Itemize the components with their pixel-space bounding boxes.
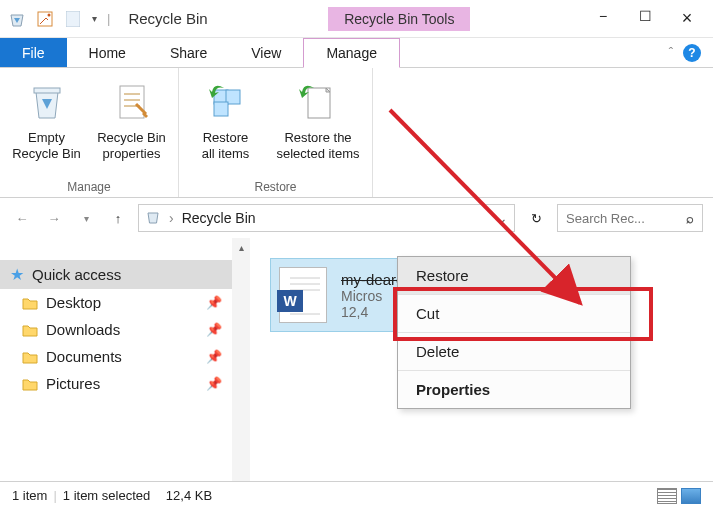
- main-area: ★ Quick access Desktop 📌 Downloads 📌 Doc…: [0, 238, 713, 481]
- window-title: Recycle Bin: [128, 10, 207, 27]
- restore-all-button[interactable]: Restoreall items: [183, 72, 268, 177]
- ribbon-group-label: Restore: [183, 177, 368, 197]
- search-box[interactable]: Search Rec... ⌕: [557, 204, 703, 232]
- word-document-icon: W: [279, 267, 327, 323]
- ribbon-tabs: File Home Share View Manage ˆ ?: [0, 38, 713, 68]
- sidebar-item-pictures[interactable]: Pictures 📌: [0, 370, 232, 397]
- pin-icon: 📌: [206, 349, 222, 364]
- folder-icon: [22, 350, 38, 364]
- sidebar-quick-access[interactable]: ★ Quick access: [0, 260, 232, 289]
- sidebar-item-documents[interactable]: Documents 📌: [0, 343, 232, 370]
- document-icon[interactable]: [64, 10, 82, 28]
- svg-rect-2: [66, 11, 80, 27]
- scroll-up-icon[interactable]: ▴: [239, 242, 244, 253]
- qat-dropdown-icon[interactable]: ▾: [92, 13, 97, 24]
- ribbon: EmptyRecycle Bin Recycle Binproperties M…: [0, 68, 713, 198]
- tab-manage[interactable]: Manage: [303, 38, 400, 68]
- pin-icon: 📌: [206, 322, 222, 337]
- close-button[interactable]: ×: [675, 8, 699, 29]
- breadcrumb-sep: ›: [169, 210, 174, 226]
- ribbon-group-restore: Restoreall items Restore theselected ite…: [179, 68, 373, 197]
- restore-selected-icon: [296, 80, 340, 124]
- pin-icon: 📌: [206, 376, 222, 391]
- status-selected: 1 item selected: [63, 488, 150, 503]
- forward-button[interactable]: →: [42, 206, 66, 230]
- status-item-count: 1 item: [12, 488, 47, 503]
- svg-rect-3: [34, 88, 60, 93]
- thumbnails-view-button[interactable]: [681, 488, 701, 504]
- navigation-pane: ★ Quick access Desktop 📌 Downloads 📌 Doc…: [0, 238, 250, 481]
- recycle-bin-properties-button[interactable]: Recycle Binproperties: [89, 72, 174, 177]
- details-view-button[interactable]: [657, 488, 677, 504]
- tab-view[interactable]: View: [229, 38, 303, 67]
- window-controls: − ☐ ×: [591, 8, 705, 29]
- up-button[interactable]: ↑: [106, 206, 130, 230]
- navigation-bar: ← → ▾ ↑ › Recycle Bin ⌄ ↻ Search Rec... …: [0, 198, 713, 238]
- status-bar: 1 item | 1 item selected 12,4 KB: [0, 481, 713, 509]
- context-menu-delete[interactable]: Delete: [398, 333, 630, 371]
- restore-selected-button[interactable]: Restore theselected items: [268, 72, 368, 177]
- context-menu: Restore Cut Delete Properties: [397, 256, 631, 409]
- ribbon-group-manage: EmptyRecycle Bin Recycle Binproperties M…: [0, 68, 179, 197]
- empty-recycle-bin-button[interactable]: EmptyRecycle Bin: [4, 72, 89, 177]
- view-buttons: [657, 488, 701, 504]
- recycle-bin-small-icon: [145, 209, 161, 228]
- sidebar-item-desktop[interactable]: Desktop 📌: [0, 289, 232, 316]
- help-button[interactable]: ?: [683, 44, 701, 62]
- tab-share[interactable]: Share: [148, 38, 229, 67]
- title-bar: ▾ | Recycle Bin Recycle Bin Tools − ☐ ×: [0, 0, 713, 38]
- properties-icon[interactable]: [36, 10, 54, 28]
- search-placeholder: Search Rec...: [566, 211, 645, 226]
- address-dropdown-icon[interactable]: ⌄: [496, 210, 508, 226]
- context-menu-cut[interactable]: Cut: [398, 295, 630, 333]
- properties-sheet-icon: [110, 80, 154, 124]
- refresh-button[interactable]: ↻: [523, 211, 549, 226]
- minimize-button[interactable]: −: [591, 8, 615, 29]
- ribbon-collapse-icon[interactable]: ˆ: [669, 45, 673, 60]
- tab-home[interactable]: Home: [67, 38, 148, 67]
- folder-icon: [22, 296, 38, 310]
- status-size: 12,4 KB: [166, 488, 212, 503]
- svg-rect-4: [120, 86, 144, 118]
- maximize-button[interactable]: ☐: [633, 8, 657, 29]
- quick-access-toolbar: ▾ |: [8, 10, 110, 28]
- pin-icon: 📌: [206, 295, 222, 310]
- recycle-bin-icon: [8, 10, 26, 28]
- context-menu-properties[interactable]: Properties: [398, 371, 630, 408]
- folder-icon: [22, 323, 38, 337]
- svg-point-1: [48, 13, 51, 16]
- svg-rect-10: [214, 102, 228, 116]
- star-icon: ★: [10, 265, 24, 284]
- context-menu-restore[interactable]: Restore: [398, 257, 630, 295]
- trash-icon: [25, 80, 69, 124]
- recent-dropdown-icon[interactable]: ▾: [74, 206, 98, 230]
- back-button[interactable]: ←: [10, 206, 34, 230]
- tab-file[interactable]: File: [0, 38, 67, 67]
- folder-icon: [22, 377, 38, 391]
- address-bar[interactable]: › Recycle Bin ⌄: [138, 204, 515, 232]
- contextual-tab-label: Recycle Bin Tools: [328, 7, 470, 31]
- search-icon: ⌕: [686, 211, 694, 226]
- sidebar-item-downloads[interactable]: Downloads 📌: [0, 316, 232, 343]
- sidebar-scrollbar[interactable]: ▴: [232, 238, 250, 481]
- breadcrumb-location[interactable]: Recycle Bin: [182, 210, 256, 226]
- restore-all-icon: [204, 80, 248, 124]
- ribbon-group-label: Manage: [4, 177, 174, 197]
- file-list[interactable]: W my-dearest-document.docx Micros 12,4 R…: [250, 238, 713, 481]
